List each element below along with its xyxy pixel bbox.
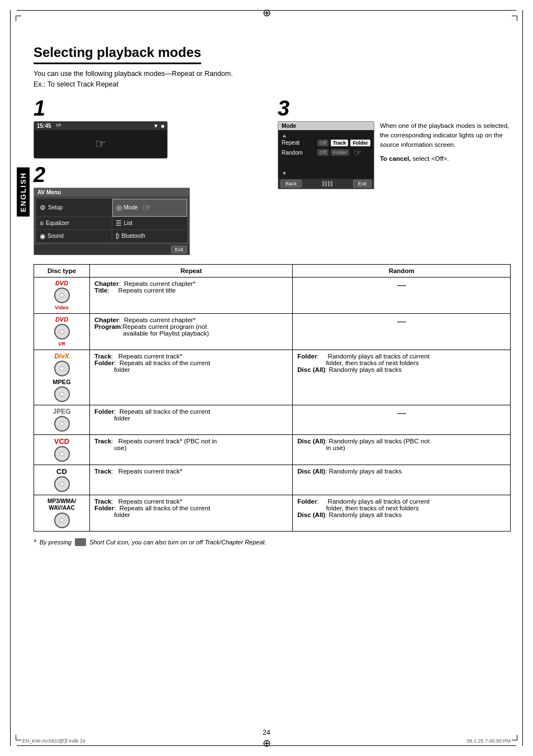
bar3 [328,181,330,186]
mp3wma-icon: MP3/WMA/WAV/AAC [39,498,85,528]
disc-all-divx-label: Disc (All) [297,366,325,373]
corner-br [512,735,517,740]
random-row-label: Random [282,150,315,156]
step2-number: 2 [34,164,266,185]
corner-tl [16,16,21,21]
register-mark-bottom: ⊕ [263,737,271,749]
mpeg-label: MPEG [53,379,70,385]
track-vcd-label: Track [94,438,111,444]
title-label: Title [94,287,107,294]
av-menu-bluetooth: ₿ Bluetooth [112,230,188,242]
intro-text: You can use the following playback modes… [34,69,511,90]
equalizer-icon: ≡ [40,219,44,227]
hand-mode-icon: ☞ [142,202,151,214]
step1-screen: 15:45 🗺 ▼ ■ ☞ [34,121,168,159]
jpeg-label: JPEG [53,408,70,415]
av-menu-sound: ◉ Sound [36,230,112,242]
disc-divx-mpeg: DivX MPEG [34,350,90,405]
repeat-dvd-video: Chapter: Repeats current chapter* Title:… [90,277,293,313]
cd-disc [54,476,70,492]
sound-icon: ◉ [40,232,45,240]
jpeg-disc [54,416,70,432]
folder-jpeg-label: Folder [94,408,114,415]
random-divx-mpeg: Folder: Randomly plays all tracks of cur… [293,350,511,405]
cancel-text: To cancel, select <Off>. [380,154,511,164]
repeat-mp3wma: Track: Repeats current track* Folder: Re… [90,495,293,531]
list-icon: ☰ [116,219,122,227]
equalizer-label: Equalizer [46,220,69,226]
steps-container: 1 15:45 🗺 ▼ ■ ☞ [34,98,511,255]
track-option: Track [331,140,349,146]
av-menu-exit-btn: Exit [171,246,187,253]
footnote-text: By pressing [40,539,72,546]
intro-line1: You can use the following playback modes… [34,69,511,79]
screen-topbar: 15:45 🗺 ▼ ■ [34,122,167,130]
step1-container: 1 15:45 🗺 ▼ ■ ☞ [34,98,266,159]
dvd-video-icon: DVD Video [39,280,85,310]
disc-dvd-vr: DVD VR [34,313,90,350]
sound-label: Sound [47,233,64,239]
av-menu-list: ☰ List [112,217,188,229]
list-label: List [124,220,133,226]
disc-all-vcd-label: Disc (All) [297,438,325,444]
random-cd: Disc (All): Randomly plays all tracks [293,465,511,495]
mp3-disc [54,513,70,528]
cd-label: CD [56,468,67,475]
steps-left: 1 15:45 🗺 ▼ ■ ☞ [34,98,266,255]
exit-btn: Exit [353,180,372,188]
av-menu-screen: AV Menu ⚙ Setup ◎ Mode ☞ ≡ [34,188,190,255]
disc-all-cd-label: Disc (All) [297,468,325,475]
register-mark-top: ⊕ [263,7,271,19]
random-jpeg: — [293,405,511,434]
map-icon: 🗺 [56,123,61,128]
repeat-divx-mpeg: Track: Repeats current track* Folder: Re… [90,350,293,405]
disc-mp3wma: MP3/WMA/WAV/AAC [34,495,90,531]
step3-description: When one of the playback modes is select… [380,121,511,164]
screen-body: ☞ [34,130,167,158]
track-mp3-label: Track [94,498,111,505]
program-label: Program [94,323,121,330]
random-dvd-vr: — [293,313,511,350]
random-dvd-video: — [293,277,511,313]
hand-touch-icon: ☞ [95,137,106,151]
dvd-label: DVD [55,280,68,286]
disc-vcd: VCD [34,434,90,465]
av-menu-mode: ◎ Mode ☞ [112,199,188,217]
jpeg-icon: JPEG [39,408,85,432]
mpeg-disc [54,386,70,402]
footer-timestamp: 08.1.25 7:45:50 PM [467,738,511,744]
mode-label: Mode [124,204,138,210]
step3-inner: Mode ▲ Repeat Off Track Folder Random Of… [278,121,511,189]
bar1 [322,181,324,186]
repeat-cd: Track: Repeats current track* [90,465,293,495]
col-disc-type: Disc type [34,264,90,277]
vcd-disc [54,446,70,462]
progress-bars [322,180,332,188]
cancel-label: To cancel, [380,155,411,162]
folder-divx-label: Folder [94,360,114,366]
footer-filename: EN_KW-AVX810[E]f.indb 24 [22,738,85,744]
random-off-option: Off [317,149,329,156]
playback-modes-table: Disc type Repeat Random DVD Video Chapte… [34,264,511,532]
av-menu-title: AV Menu [34,188,189,197]
main-content: Selecting playback modes You can use the… [34,45,511,546]
disc-dvd-video: DVD Video [34,277,90,313]
repeat-dvd-vr: Chapter: Repeats current chapter* Progra… [90,313,293,350]
folder-random-mp3-label: Folder [297,498,317,505]
triangle-icon: ▼ [153,123,159,129]
cd-icon: CD [39,468,85,492]
bar4 [331,181,332,186]
page-border-right [522,10,523,746]
av-menu-equalizer: ≡ Equalizer [36,217,112,229]
folder-mp3-label: Folder [94,505,114,511]
table-row: VCD Track: Repeats current track* (PBC n… [34,434,511,465]
chapter-vr-label: Chapter [94,317,118,323]
corner-bl [16,735,21,740]
col-repeat: Repeat [90,264,293,277]
up-arrow: ▲ [282,132,370,138]
off-option: Off [317,140,329,146]
table-row: DVD Video Chapter: Repeats current chapt… [34,277,511,313]
footnote: * By pressing Short Cut icon, you can al… [34,538,511,546]
dvd-vr-label: DVD [55,317,68,323]
random-row: Random Off Folder ☞ [282,147,370,158]
